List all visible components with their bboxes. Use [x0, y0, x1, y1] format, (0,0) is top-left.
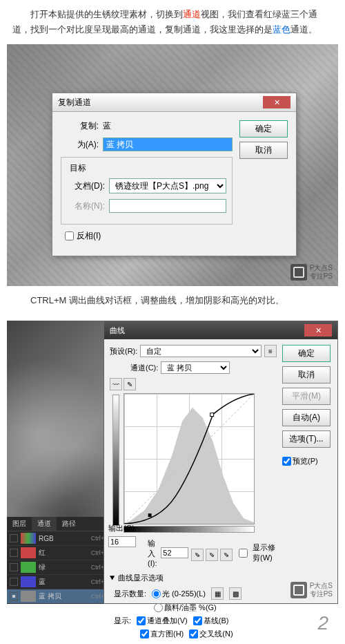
channel-blue-copy[interactable]: 蓝 拷贝Ctrl+6 [7, 589, 110, 604]
baseline-checkbox[interactable] [193, 616, 202, 625]
channel-red[interactable]: 红Ctrl+3 [7, 546, 110, 560]
white-point-eyedropper-icon[interactable] [220, 549, 233, 561]
watermark: P大点S专注PS [290, 264, 333, 281]
ok-button[interactable]: 确定 [282, 345, 331, 362]
output-input[interactable] [108, 536, 136, 547]
channels-panel: 图层 通道 路径 RGBCtrl+2 红Ctrl+3 绿Ctrl+4 蓝Ctrl… [7, 517, 110, 604]
overlay-checkbox[interactable] [137, 616, 146, 625]
doc-select[interactable]: 锈迹纹理【P大点S】.png [109, 178, 226, 193]
name-input [109, 199, 226, 213]
hist-checkbox[interactable] [140, 629, 149, 638]
light-radio[interactable] [152, 589, 161, 598]
preview-checkbox[interactable] [282, 457, 291, 466]
dialog-title: 复制通道 [58, 97, 91, 108]
highlight-channel: 通道 [183, 9, 201, 19]
invert-label: 反相(I) [77, 230, 101, 242]
channel-label: 通道(C): [130, 363, 158, 373]
show-clip-checkbox[interactable] [235, 549, 251, 558]
smooth-button: 平滑(M) [282, 388, 331, 405]
channel-select[interactable]: 蓝 拷贝 [161, 361, 230, 374]
preset-select[interactable]: 自定 [140, 345, 262, 357]
curve-tool-icon[interactable]: 〰 [110, 378, 122, 390]
curves-titlebar[interactable]: 曲线 ✕ [104, 321, 337, 339]
show-label: 显示: [114, 616, 131, 626]
cancel-button[interactable]: 取消 [282, 366, 331, 383]
as-label: 为(A): [61, 139, 99, 151]
tab-layers[interactable]: 图层 [7, 517, 32, 531]
tab-channels[interactable]: 通道 [32, 517, 57, 531]
highlight-blue: 蓝色 [273, 24, 290, 35]
watermark-icon [290, 264, 307, 281]
svg-line-1 [124, 394, 254, 524]
name-label: 名称(N): [67, 200, 105, 212]
input-label: 输入(I): [148, 538, 158, 567]
pencil-tool-icon[interactable]: ✎ [124, 378, 136, 390]
texture-preview-1: 复制通道 ✕ 复制: 蓝 为(A): 目标 文档(D): 锈迹纹理【P大点S】.… [7, 44, 338, 286]
curves-title-text: 曲线 [110, 325, 125, 336]
watermark: P大点S专注PS [290, 582, 333, 598]
pigment-radio[interactable] [154, 603, 163, 612]
grid-simple-icon[interactable]: ▦ [211, 587, 224, 600]
dialog-titlebar[interactable]: 复制通道 ✕ [52, 93, 296, 112]
close-icon[interactable]: ✕ [263, 96, 290, 108]
curve-graph[interactable] [124, 393, 255, 524]
watermark-icon [290, 582, 307, 598]
doc-label: 文档(D): [67, 180, 105, 192]
intersect-checkbox[interactable] [189, 629, 198, 638]
options-button[interactable]: 选项(T)... [282, 430, 331, 448]
invert-checkbox[interactable] [65, 231, 74, 240]
preset-menu-icon[interactable]: ≡ [264, 345, 277, 357]
gray-point-eyedropper-icon[interactable] [206, 549, 218, 561]
curves-section: 图层 通道 路径 RGBCtrl+2 红Ctrl+3 绿Ctrl+4 蓝Ctrl… [7, 321, 338, 604]
black-point-eyedropper-icon[interactable] [191, 549, 204, 561]
copy-label: 复制: [61, 120, 99, 132]
close-icon[interactable]: ✕ [304, 324, 332, 337]
svg-rect-3 [210, 413, 214, 417]
preset-label: 预设(R): [110, 346, 137, 357]
instruction-text-1: 打开本贴提供的生锈纹理素材，切换到通道视图，我们查看红绿蓝三个通道，找到一个对比… [0, 0, 345, 44]
copy-channel-dialog: 复制通道 ✕ 复制: 蓝 为(A): 目标 文档(D): 锈迹纹理【P大点S】.… [52, 93, 297, 256]
auto-button[interactable]: 自动(A) [282, 409, 331, 426]
svg-rect-2 [148, 513, 152, 517]
input-input[interactable] [161, 547, 188, 558]
channel-blue[interactable]: 蓝Ctrl+5 [7, 575, 110, 589]
ok-button[interactable]: 确定 [239, 120, 288, 138]
channel-rgb[interactable]: RGBCtrl+2 [7, 531, 110, 546]
instruction-text-2: CTRL+M 调出曲线对话框，调整曲线，增加阴影和高光的对比。 [0, 286, 345, 315]
channel-green[interactable]: 绿Ctrl+4 [7, 560, 110, 575]
cancel-button[interactable]: 取消 [239, 142, 288, 159]
target-legend: 目标 [67, 162, 89, 174]
curves-dialog: 曲线 ✕ 预设(R): 自定 ≡ 通道(C): 蓝 拷贝 〰 ✎ [103, 321, 338, 604]
output-label: 输出(O): [108, 523, 137, 533]
tab-paths[interactable]: 路径 [57, 517, 81, 531]
vertical-gradient [112, 395, 119, 526]
grid-detail-icon[interactable]: ▩ [229, 587, 241, 600]
curve-display-options[interactable]: 曲线显示选项 显示数量: 光 (0-255)(L) ▦ ▩ 颜料/油墨 %(G) [110, 573, 277, 643]
horizontal-gradient [124, 526, 255, 533]
amount-label: 显示数量: [114, 589, 146, 599]
copy-value: 蓝 [103, 120, 111, 132]
as-input[interactable] [103, 138, 233, 151]
